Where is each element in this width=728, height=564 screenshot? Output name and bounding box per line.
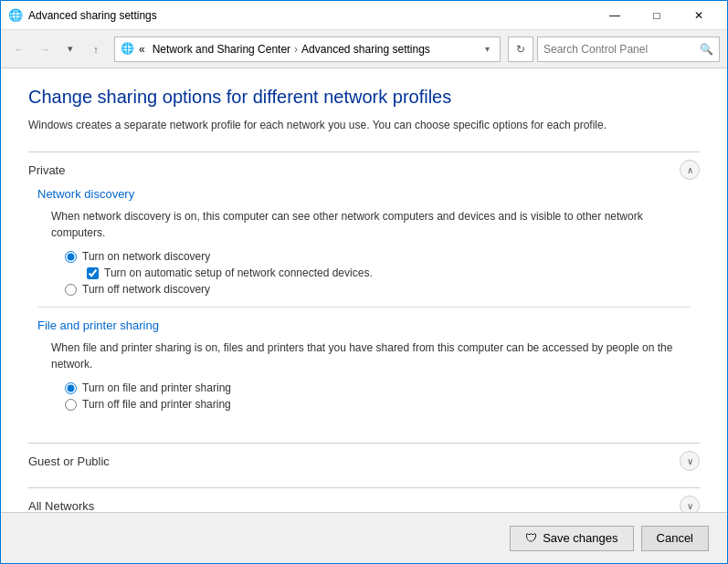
up-button[interactable]: ↑: [85, 38, 107, 60]
turn-off-network-discovery-radio[interactable]: [65, 284, 77, 296]
address-icon: 🌐: [121, 42, 135, 57]
breadcrumb-sep-2: ›: [294, 43, 298, 56]
auto-setup-label: Turn on automatic setup of network conne…: [104, 266, 373, 279]
close-button[interactable]: ✕: [678, 1, 720, 30]
private-toggle[interactable]: ∧: [680, 160, 700, 180]
turn-off-network-discovery-label: Turn off network discovery: [82, 283, 210, 296]
private-section-content: Network discovery When network discovery…: [28, 187, 700, 433]
turn-off-file-sharing-label: Turn off file and printer sharing: [82, 398, 231, 411]
maximize-button[interactable]: □: [636, 1, 678, 30]
private-section: Private ∧ Network discovery When network…: [28, 151, 700, 433]
guest-public-section: Guest or Public ∨: [28, 443, 700, 478]
network-discovery-subsection: Network discovery When network discovery…: [37, 187, 691, 296]
all-networks-label: All Networks: [28, 499, 94, 513]
turn-on-file-sharing-option[interactable]: Turn on file and printer sharing: [65, 381, 691, 394]
search-box: 🔍: [537, 37, 720, 62]
network-discovery-options: Turn on network discovery Turn on automa…: [65, 250, 691, 296]
all-networks-section-header[interactable]: All Networks ∨: [28, 488, 700, 512]
page-description: Windows creates a separate network profi…: [28, 117, 700, 133]
back-button[interactable]: ←: [8, 38, 30, 60]
file-printer-desc: When file and printer sharing is on, fil…: [51, 339, 691, 372]
all-networks-section: All Networks ∨: [28, 487, 700, 512]
address-bar: 🌐 « Network and Sharing Center › Advance…: [114, 37, 501, 62]
page-title: Change sharing options for different net…: [28, 87, 700, 108]
turn-off-file-sharing-option[interactable]: Turn off file and printer sharing: [65, 398, 691, 411]
title-bar: 🌐 Advanced sharing settings — □ ✕: [1, 1, 727, 30]
turn-on-file-sharing-label: Turn on file and printer sharing: [82, 381, 231, 394]
window-controls: — □ ✕: [594, 1, 720, 30]
content-area: Change sharing options for different net…: [1, 68, 727, 512]
turn-on-network-discovery-option[interactable]: Turn on network discovery: [65, 250, 691, 263]
refresh-button[interactable]: ↻: [508, 37, 533, 62]
auto-setup-checkbox[interactable]: [87, 267, 99, 279]
search-input[interactable]: [543, 43, 700, 56]
turn-on-file-sharing-radio[interactable]: [65, 382, 77, 394]
shield-icon: 🛡: [525, 531, 537, 545]
nav-bar: ← → ▾ ↑ 🌐 « Network and Sharing Center ›…: [1, 30, 727, 68]
window-title: Advanced sharing settings: [28, 9, 594, 22]
save-changes-label: Save changes: [543, 531, 617, 545]
turn-off-network-discovery-option[interactable]: Turn off network discovery: [65, 283, 691, 296]
turn-on-network-discovery-label: Turn on network discovery: [82, 250, 210, 263]
minimize-button[interactable]: —: [594, 1, 636, 30]
guest-public-section-header[interactable]: Guest or Public ∨: [28, 444, 700, 478]
network-discovery-title: Network discovery: [37, 187, 691, 201]
file-printer-subsection: File and printer sharing When file and p…: [37, 319, 691, 411]
private-section-header[interactable]: Private ∧: [28, 152, 700, 187]
breadcrumb-item-2: Advanced sharing settings: [301, 43, 430, 56]
file-printer-options: Turn on file and printer sharing Turn of…: [65, 381, 691, 411]
turn-on-network-discovery-radio[interactable]: [65, 251, 77, 263]
cancel-button[interactable]: Cancel: [641, 526, 709, 551]
breadcrumb-root: «: [139, 43, 145, 56]
footer: 🛡 Save changes Cancel: [1, 512, 727, 563]
address-dropdown-button[interactable]: ▾: [480, 42, 494, 57]
forward-button[interactable]: →: [34, 38, 56, 60]
guest-public-toggle[interactable]: ∨: [680, 451, 700, 471]
save-changes-button[interactable]: 🛡 Save changes: [510, 526, 633, 551]
guest-public-label: Guest or Public: [28, 454, 110, 468]
breadcrumb-item-1[interactable]: Network and Sharing Center: [153, 43, 290, 56]
turn-off-file-sharing-radio[interactable]: [65, 399, 77, 411]
main-window: 🌐 Advanced sharing settings — □ ✕ ← → ▾ …: [0, 0, 728, 564]
window-icon: 🌐: [8, 8, 23, 23]
private-label: Private: [28, 163, 65, 177]
auto-setup-option: Turn on automatic setup of network conne…: [87, 266, 691, 279]
recent-button[interactable]: ▾: [59, 38, 81, 60]
subsection-divider-1: [37, 307, 691, 308]
search-icon: 🔍: [700, 43, 713, 56]
network-discovery-desc: When network discovery is on, this compu…: [51, 208, 691, 241]
file-printer-title: File and printer sharing: [37, 319, 691, 332]
all-networks-toggle[interactable]: ∨: [680, 496, 700, 512]
